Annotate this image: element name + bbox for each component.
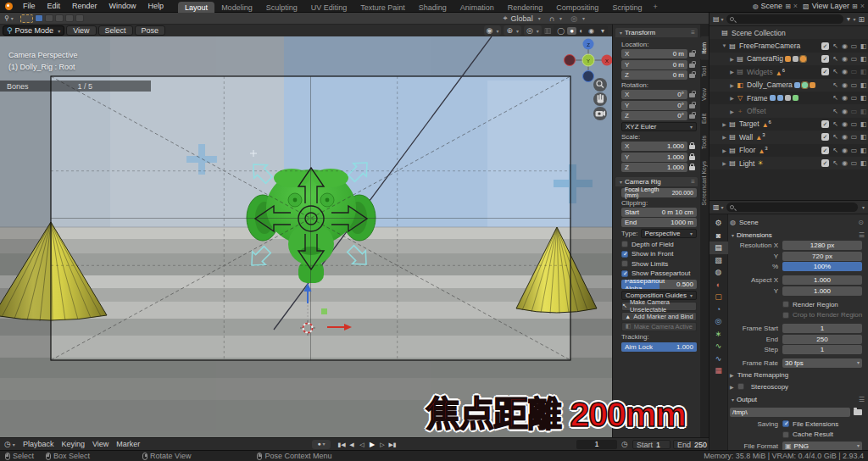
- exclude-checkbox[interactable]: ✓: [821, 133, 829, 141]
- time-remapping-panel[interactable]: ▶Time Remapping: [730, 369, 864, 380]
- prev-keyframe-button[interactable]: ◀: [348, 440, 356, 449]
- workspace-tab-shading[interactable]: Shading: [412, 2, 453, 13]
- workspace-tab-uv-editing[interactable]: UV Editing: [304, 2, 354, 13]
- viewport-menu-select[interactable]: Select: [98, 25, 133, 36]
- properties-search-input[interactable]: [726, 203, 858, 212]
- timeline-editor-icon[interactable]: ◷▾: [4, 440, 15, 448]
- disclosure-icon[interactable]: ▶: [721, 160, 728, 166]
- stereoscopy-panel[interactable]: ▶ Stereoscopy: [730, 381, 864, 392]
- viewport-disable-icon[interactable]: ▭: [849, 42, 859, 50]
- outliner-row-dolly_camera[interactable]: ▶◧Dolly_Camera↖◉▭◧: [709, 79, 868, 92]
- constraint-icon[interactable]: [794, 82, 800, 88]
- timeline-menu-view[interactable]: View: [92, 440, 108, 448]
- selectable-icon[interactable]: ↖: [831, 42, 840, 50]
- viewport-disable-icon[interactable]: ▭: [849, 81, 859, 89]
- select-mode-box[interactable]: [45, 14, 53, 22]
- output-path-field[interactable]: /tmp\: [730, 408, 850, 417]
- viewport-disable-icon[interactable]: ▭: [849, 108, 859, 115]
- rotation-x-field[interactable]: X0°: [621, 90, 687, 99]
- properties-tab-render[interactable]: ◙: [709, 230, 728, 242]
- sidebar-tab-screencast-keys[interactable]: Screencast Keys: [700, 155, 709, 212]
- jump-end-button[interactable]: ▶▮: [388, 440, 397, 449]
- location-y-field[interactable]: Y0 m: [621, 60, 687, 69]
- selectable-icon[interactable]: ↖: [831, 68, 840, 75]
- axis-icon[interactable]: [810, 82, 815, 88]
- outliner-row-offset[interactable]: ▶+Offset↖◉▭◧: [709, 104, 868, 117]
- blender-logo-icon[interactable]: [5, 3, 13, 10]
- mode-selector[interactable]: ⚲ Pose Mode ▾: [3, 25, 64, 36]
- play-reverse-button[interactable]: ◁: [358, 440, 366, 449]
- lock-icon[interactable]: [687, 62, 697, 68]
- field-resolution-x[interactable]: 1280 px: [782, 241, 862, 250]
- viewport-disable-icon[interactable]: ▭: [849, 133, 859, 141]
- properties-tab-view-layer[interactable]: ▧: [709, 254, 728, 267]
- visibility-dropdown[interactable]: ◉▾: [484, 25, 502, 36]
- outliner-row-light[interactable]: ▶▤Light☀✓↖◉▭◧: [709, 157, 868, 169]
- outliner-row-camerarig[interactable]: ▶▤CameraRig✓↖◉▭◧: [709, 53, 868, 65]
- render-disable-icon[interactable]: ◧: [859, 108, 868, 115]
- hide-eye-icon[interactable]: ◉: [840, 42, 849, 50]
- lock-icon[interactable]: [687, 143, 697, 149]
- scale-y-field[interactable]: Y1.000: [621, 153, 687, 162]
- clip-start-field[interactable]: Start0 m 10 cm: [621, 208, 697, 217]
- lock-icon[interactable]: [687, 154, 697, 160]
- menu-help[interactable]: Help: [142, 2, 170, 10]
- pin-icon[interactable]: ⊙: [858, 219, 864, 226]
- viewport-3d[interactable]: Z X Y Camera Perspective (1) Dolly_: [0, 36, 612, 437]
- menu-edit[interactable]: Edit: [42, 2, 67, 10]
- select-mode-circle[interactable]: [55, 14, 64, 22]
- new-collection-icon[interactable]: ⊞: [858, 15, 865, 24]
- pose-figure-icon[interactable]: [800, 56, 806, 62]
- new-layer-icon[interactable]: ⊞: [852, 3, 858, 10]
- auto-key-button[interactable]: ●▾: [312, 440, 331, 449]
- exclude-checkbox[interactable]: ✓: [821, 42, 829, 50]
- field-y[interactable]: 720 px: [782, 252, 862, 261]
- outliner-row-frame[interactable]: ▶▽Frame↖◉▭◧: [709, 92, 868, 104]
- field-end[interactable]: 250: [782, 335, 862, 344]
- checkbox-show-in-front[interactable]: Show in Front: [621, 250, 697, 259]
- overlays-toggle[interactable]: ◎▾: [524, 25, 542, 36]
- workspace-tab-scripting[interactable]: Scripting: [605, 2, 648, 13]
- render-disable-icon[interactable]: ◧: [859, 81, 868, 89]
- sidebar-tab-tools[interactable]: Tools: [700, 130, 709, 155]
- output-panel-header[interactable]: ▾Output☰: [730, 394, 864, 405]
- transform-orientation[interactable]: Global: [511, 14, 533, 23]
- properties-tab-world[interactable]: ◐: [709, 279, 728, 292]
- sidebar-tab-tool[interactable]: Tool: [700, 60, 709, 83]
- options-dropdown-icon[interactable]: ▾: [862, 204, 865, 210]
- hide-eye-icon[interactable]: ◉: [840, 81, 849, 89]
- button-add-marker-and-bind[interactable]: ▲Add Marker and Bind: [621, 312, 697, 321]
- properties-tab-physics[interactable]: ◔: [709, 303, 728, 316]
- exclude-checkbox[interactable]: ✓: [821, 68, 829, 75]
- properties-tab-object-data[interactable]: ∗: [709, 328, 728, 341]
- menu-window[interactable]: Window: [103, 2, 142, 10]
- selectable-icon[interactable]: ↖: [831, 120, 840, 128]
- file-extensions-checkbox[interactable]: [782, 420, 789, 427]
- transform-panel-header[interactable]: ▾Transform≡: [615, 28, 698, 37]
- select-mode-lasso[interactable]: [65, 14, 74, 22]
- rotation-mode-dropdown[interactable]: XYZ Euler▾: [621, 122, 697, 131]
- viewport-disable-icon[interactable]: ▭: [849, 159, 859, 167]
- menu-file[interactable]: File: [17, 2, 42, 10]
- disclosure-icon[interactable]: ▶: [721, 147, 728, 153]
- field-aspect-x[interactable]: 1.000: [782, 275, 862, 285]
- snap-magnet-icon[interactable]: ∩: [549, 14, 554, 23]
- field-%[interactable]: 100%: [782, 262, 862, 271]
- workspace-tab-texture-paint[interactable]: Texture Paint: [353, 2, 412, 13]
- stereoscopy-checkbox[interactable]: [737, 383, 744, 390]
- properties-tab-tool[interactable]: ⚙: [709, 217, 728, 230]
- timeline-menu-marker[interactable]: Marker: [116, 440, 140, 448]
- properties-tab-bone-constraint[interactable]: ∿: [709, 353, 728, 365]
- camera-type-dropdown[interactable]: Perspective▾: [641, 229, 697, 238]
- scene-selector[interactable]: ◍ Scene ⊞ ×: [753, 2, 798, 10]
- sidebar-tab-item[interactable]: Item: [700, 36, 709, 60]
- selectable-icon[interactable]: ↖: [831, 94, 840, 102]
- viewport-disable-icon[interactable]: ▭: [849, 147, 859, 154]
- sidebar-tab-view[interactable]: View: [700, 82, 709, 107]
- hide-eye-icon[interactable]: ◉: [840, 133, 849, 141]
- file-format-dropdown[interactable]: ▣ PNG▾: [782, 442, 862, 450]
- outliner-row-freeframecamera[interactable]: ▼▤FreeFrameCamera✓↖◉▭◧: [709, 39, 868, 52]
- workspace-tab-sculpting[interactable]: Sculpting: [259, 2, 304, 13]
- outliner-search-input[interactable]: [726, 14, 843, 24]
- render-disable-icon[interactable]: ◧: [859, 68, 868, 75]
